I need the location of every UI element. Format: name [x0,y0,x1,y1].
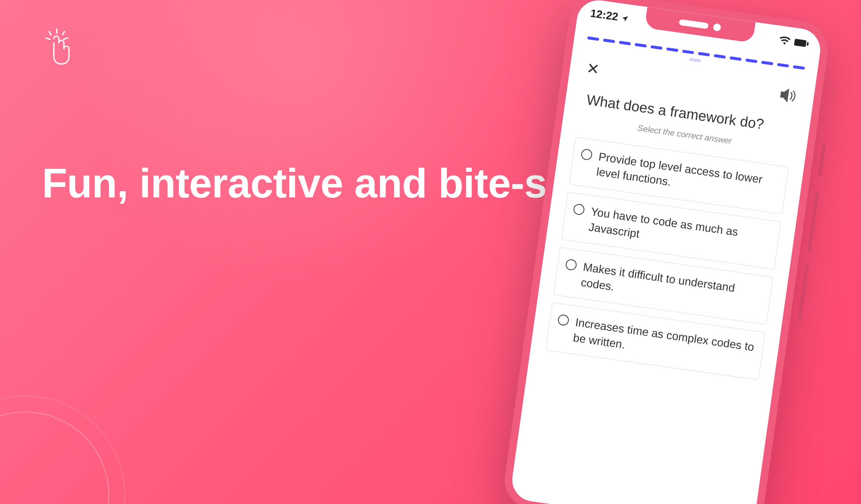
radio-icon [557,314,569,326]
phone-button [818,143,826,176]
sound-icon[interactable] [778,87,798,105]
option-label: Increases time as complex codes to be wr… [572,315,756,370]
decorative-glow [76,0,538,294]
svg-line-4 [63,38,68,39]
phone-button [798,263,809,322]
phone-mockup: 12:22 ✕ What does a f [501,0,832,504]
radio-icon [573,203,585,215]
option-label: You have to code as much as Javascript [588,204,772,260]
option-label: Makes it difficult to understand codes. [580,260,764,315]
svg-rect-6 [807,42,809,45]
svg-line-1 [49,31,51,35]
wifi-icon [779,36,791,45]
svg-line-2 [62,31,65,35]
battery-icon [794,38,809,48]
radio-icon [565,259,577,271]
decorative-rings [0,412,109,504]
svg-line-3 [45,38,50,39]
svg-rect-5 [794,39,807,47]
radio-icon [581,148,593,160]
close-icon[interactable]: ✕ [586,59,601,79]
tap-icon [42,29,71,68]
phone-button [808,193,819,252]
